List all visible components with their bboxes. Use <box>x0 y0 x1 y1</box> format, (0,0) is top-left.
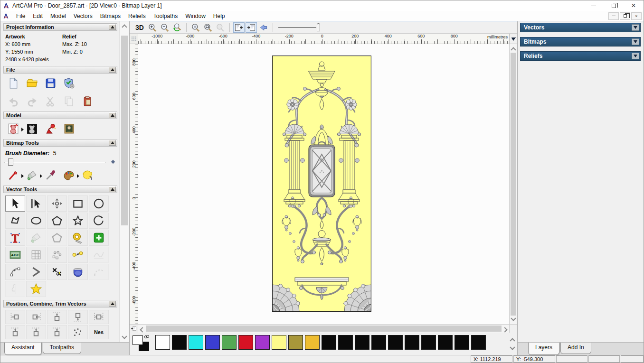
colour-swatch[interactable] <box>238 335 253 350</box>
colour-swatch[interactable] <box>222 335 237 350</box>
colour-swatch[interactable] <box>189 335 203 350</box>
new-model-button[interactable] <box>6 77 20 90</box>
copy-button[interactable] <box>62 95 76 108</box>
mdi-restore-button[interactable] <box>620 12 630 20</box>
view-corner-button[interactable] <box>130 325 138 333</box>
tab-assistant[interactable]: Assistant <box>4 343 42 355</box>
brush-diameter-slider[interactable] <box>4 158 113 166</box>
vertical-ruler[interactable]: 8006004002000-200-400-600-800 <box>130 44 138 324</box>
colour-swatch[interactable] <box>455 335 469 350</box>
menu-item[interactable]: Edit <box>29 11 47 21</box>
zoom-in-button[interactable] <box>147 22 158 33</box>
menu-item[interactable]: Window <box>181 11 209 21</box>
expand-button[interactable] <box>632 38 639 45</box>
paint-brush-button[interactable] <box>6 169 20 182</box>
zoom-1to1-button[interactable] <box>190 22 201 33</box>
measure-button[interactable] <box>68 230 88 246</box>
zoom-previous-button[interactable] <box>171 22 183 33</box>
save-model-button[interactable] <box>43 77 57 90</box>
cut-button[interactable] <box>43 95 57 108</box>
align-left-button[interactable] <box>5 310 25 324</box>
expand-button[interactable] <box>632 24 639 31</box>
toggle-panel-button[interactable] <box>246 22 257 33</box>
select-vectors-button[interactable] <box>5 195 25 212</box>
colour-palette-button[interactable] <box>62 169 76 182</box>
menu-item[interactable]: Model <box>47 11 70 21</box>
colour-picker-button[interactable] <box>43 169 57 182</box>
zoom-object-button[interactable] <box>215 22 226 33</box>
colour-swatch[interactable] <box>438 335 453 350</box>
colour-swatch[interactable] <box>255 335 270 350</box>
adjust-model-button[interactable] <box>25 122 39 135</box>
mdi-minimize-button[interactable] <box>608 12 619 20</box>
colour-swatch[interactable] <box>322 335 336 350</box>
colour-swatch[interactable] <box>421 335 436 350</box>
colour-swatch[interactable] <box>338 335 353 350</box>
units-dropdown-button[interactable] <box>509 34 517 44</box>
distort-vectors-button[interactable] <box>26 247 46 263</box>
collapse-button[interactable] <box>109 112 116 118</box>
create-text-button[interactable] <box>5 230 25 246</box>
colour-swatch[interactable] <box>371 335 386 350</box>
flood-fill-button[interactable] <box>25 169 39 182</box>
primary-colour-swatch[interactable] <box>133 335 143 345</box>
create-arc-button[interactable] <box>89 213 109 229</box>
colour-swatch[interactable] <box>205 335 220 350</box>
create-polygon-button[interactable] <box>47 213 67 229</box>
scroll-left-button[interactable] <box>138 325 145 332</box>
scroll-down-button[interactable] <box>510 316 517 324</box>
align-bottom-button[interactable] <box>68 310 88 324</box>
create-circle-button[interactable] <box>89 195 109 212</box>
paste-vectors-button[interactable] <box>89 230 109 246</box>
curve-smooth-button[interactable] <box>89 264 109 280</box>
align-top-button[interactable] <box>47 310 67 324</box>
menu-item[interactable]: Reliefs <box>124 11 150 21</box>
align-vertical-button[interactable] <box>26 325 46 339</box>
menu-item[interactable]: Vectors <box>70 11 96 21</box>
fillet-vectors-button[interactable] <box>47 230 67 246</box>
transform-vectors-button[interactable] <box>47 195 67 212</box>
collapse-button[interactable] <box>109 140 116 146</box>
toggle-3d-view-button[interactable]: 3D <box>133 24 146 31</box>
undo-button[interactable] <box>6 95 20 108</box>
text-block-button[interactable]: ABC <box>5 247 25 263</box>
arc-fit-button[interactable] <box>5 264 25 280</box>
colour-swatch[interactable] <box>305 335 320 350</box>
join-vectors-button[interactable] <box>26 264 46 280</box>
colour-swatch[interactable] <box>355 335 369 350</box>
mdi-close-button[interactable]: × <box>631 12 642 20</box>
lighting-button[interactable] <box>43 122 57 135</box>
create-polyline-button[interactable] <box>5 213 25 229</box>
slider-handle[interactable] <box>317 23 320 31</box>
tab-toolpaths[interactable]: Toolpaths <box>43 343 81 354</box>
colour-swatch[interactable] <box>155 335 170 350</box>
collapse-button[interactable] <box>109 24 116 30</box>
create-rectangle-button[interactable] <box>68 195 88 212</box>
menu-item[interactable]: Toolpaths <box>150 11 181 21</box>
greyscale-relief-button[interactable] <box>62 122 76 135</box>
scroll-up-button[interactable] <box>120 22 129 30</box>
three-d-clipart-button[interactable] <box>68 264 88 280</box>
centre-in-page-button[interactable] <box>5 325 25 339</box>
menu-item[interactable]: Help <box>209 11 229 21</box>
horizontal-ruler[interactable]: -1000-800-600-400-2000200400600800 milli… <box>138 34 509 44</box>
redo-button[interactable] <box>25 95 39 108</box>
create-star-button[interactable] <box>68 213 88 229</box>
set-model-size-button[interactable] <box>6 122 20 135</box>
import-model-button[interactable] <box>62 77 76 90</box>
minimize-button[interactable] <box>584 0 604 11</box>
node-editing-button[interactable] <box>26 195 46 212</box>
toggle-assistant-button[interactable] <box>233 22 245 33</box>
chevron-down-icon[interactable] <box>510 344 515 350</box>
scatter-copies-button[interactable] <box>68 325 88 339</box>
tab-layers[interactable]: Layers <box>528 343 559 355</box>
scroll-right-button[interactable] <box>502 325 509 332</box>
chevron-up-icon[interactable] <box>510 338 515 343</box>
colour-swatch[interactable] <box>471 335 486 350</box>
expand-button[interactable] <box>632 53 639 59</box>
paste-button[interactable] <box>80 95 95 108</box>
menu-item[interactable]: Bitmaps <box>96 11 124 21</box>
scroll-down-button[interactable] <box>120 334 129 341</box>
colour-swatch[interactable] <box>288 335 303 350</box>
trim-vectors-button[interactable] <box>47 264 67 280</box>
